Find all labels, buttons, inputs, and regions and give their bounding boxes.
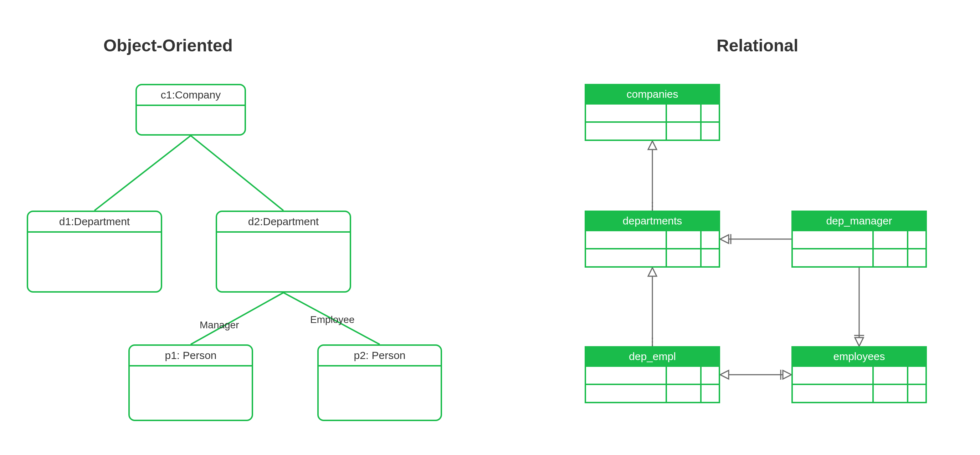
table-row [793, 231, 926, 248]
oo-node-company: c1:Company [135, 84, 246, 136]
table-cell [907, 231, 928, 248]
rel-table-companies: companies [585, 84, 720, 141]
table-cell [793, 249, 872, 266]
table-row [586, 367, 719, 384]
table-row [793, 248, 926, 266]
table-cell [586, 105, 666, 121]
rel-table-departments: departments [585, 211, 720, 268]
oo-node-label: c1:Company [137, 85, 245, 106]
table-cell [586, 249, 666, 266]
table-cell [586, 367, 666, 384]
oo-node-dept2: d2:Department [216, 211, 351, 293]
rel-table-employees: employees [791, 346, 927, 403]
svg-line-1 [191, 136, 283, 211]
table-cell [666, 249, 700, 266]
table-row [586, 384, 719, 402]
edge-label: Employee [310, 314, 355, 326]
table-cell [666, 123, 700, 139]
table-cell [700, 249, 722, 266]
rel-table-header: departments [586, 212, 719, 231]
table-cell [793, 385, 872, 402]
table-cell [872, 385, 907, 402]
oo-node-label: d1:Department [28, 212, 161, 233]
oo-node-person1: p1: Person [128, 344, 253, 421]
table-row [586, 231, 719, 248]
table-cell [907, 385, 928, 402]
oo-node-label: d2:Department [217, 212, 350, 233]
table-cell [700, 385, 722, 402]
title-relational: Relational [717, 36, 798, 55]
table-cell [907, 249, 928, 266]
oo-node-dept1: d1:Department [27, 211, 162, 293]
table-cell [586, 231, 666, 248]
table-cell [586, 123, 666, 139]
table-cell [666, 105, 700, 121]
title-object-oriented: Object-Oriented [103, 36, 233, 55]
edge-label: Manager [200, 319, 239, 331]
table-row [586, 105, 719, 121]
rel-table-header: dep_empl [586, 348, 719, 367]
oo-node-label: p1: Person [130, 346, 252, 367]
table-cell [700, 367, 722, 384]
diagram-canvas: Object-Oriented Relational c1:Companyd1:… [0, 0, 980, 455]
table-row [586, 248, 719, 266]
svg-line-2 [191, 293, 283, 344]
rel-table-header: companies [586, 85, 719, 105]
table-cell [666, 367, 700, 384]
table-cell [666, 385, 700, 402]
table-cell [872, 367, 907, 384]
table-cell [700, 105, 722, 121]
table-cell [872, 231, 907, 248]
table-cell [793, 367, 872, 384]
svg-line-0 [94, 136, 191, 211]
table-row [793, 367, 926, 384]
table-cell [586, 385, 666, 402]
table-cell [700, 123, 722, 139]
oo-node-person2: p2: Person [317, 344, 442, 421]
rel-table-dep_manager: dep_manager [791, 211, 927, 268]
rel-table-header: employees [793, 348, 926, 367]
table-cell [907, 367, 928, 384]
table-row [586, 121, 719, 139]
table-cell [793, 231, 872, 248]
table-cell [700, 231, 722, 248]
oo-node-label: p2: Person [319, 346, 441, 367]
table-row [793, 384, 926, 402]
rel-table-dep_empl: dep_empl [585, 346, 720, 403]
table-cell [666, 231, 700, 248]
table-cell [872, 249, 907, 266]
rel-table-header: dep_manager [793, 212, 926, 231]
